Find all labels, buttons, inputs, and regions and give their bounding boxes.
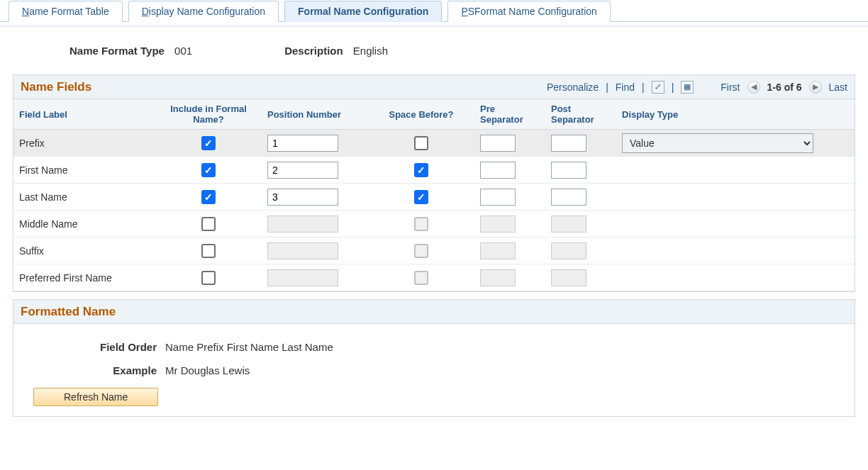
header-info: Name Format Type 001 Description English xyxy=(69,45,855,57)
pre-separator-input[interactable] xyxy=(480,189,516,206)
space-before-checkbox[interactable] xyxy=(414,163,428,177)
space-before-checkbox[interactable] xyxy=(414,190,428,204)
col-field-label: Field Label xyxy=(13,105,155,124)
col-position: Position Number xyxy=(262,105,368,124)
refresh-name-button[interactable]: Refresh Name xyxy=(33,388,158,406)
tab-display-name-configuration[interactable]: Display Name Configuration xyxy=(128,1,279,22)
format-type-label: Name Format Type xyxy=(69,45,165,57)
pre-separator-input xyxy=(480,216,516,233)
space-before-checkbox xyxy=(414,217,428,231)
description-value: English xyxy=(353,45,388,57)
position-input[interactable] xyxy=(267,162,338,179)
table-row: Last Name xyxy=(13,184,855,211)
name-fields-panel: Name Fields Personalize | Find | ⤢ | ▦ F… xyxy=(13,74,855,292)
space-before-checkbox xyxy=(414,244,428,258)
col-include: Include in Formal Name? xyxy=(155,99,262,129)
field-label: Middle Name xyxy=(13,216,155,233)
table-row: First Name xyxy=(13,157,855,184)
field-label: Last Name xyxy=(13,189,155,206)
include-checkbox[interactable] xyxy=(201,244,216,258)
position-input[interactable] xyxy=(267,135,338,152)
display-type-select[interactable]: Value xyxy=(622,133,813,153)
grid-header: Field Label Include in Formal Name? Posi… xyxy=(13,99,855,130)
table-row: Preferred First Name xyxy=(13,264,855,291)
position-input xyxy=(267,216,338,233)
space-before-checkbox xyxy=(414,271,428,285)
field-order-label: Field Order xyxy=(23,341,165,353)
field-label: Suffix xyxy=(13,242,155,259)
include-checkbox[interactable] xyxy=(201,163,216,177)
example-value: Mr Douglas Lewis xyxy=(165,364,250,376)
field-label: Preferred First Name xyxy=(13,269,155,286)
table-row: Middle Name xyxy=(13,211,855,237)
post-separator-input[interactable] xyxy=(551,135,586,152)
include-checkbox[interactable] xyxy=(201,136,216,150)
tab-strip: Name Format TableDisplay Name Configurat… xyxy=(0,0,868,22)
last-label[interactable]: Last xyxy=(829,82,847,93)
col-disp: Display Type xyxy=(616,105,829,124)
format-type-value: 001 xyxy=(174,45,192,57)
post-separator-input xyxy=(551,269,586,286)
post-separator-input xyxy=(551,242,586,259)
post-separator-input[interactable] xyxy=(551,189,586,206)
post-separator-input[interactable] xyxy=(551,162,586,179)
field-order-value: Name Prefix First Name Last Name xyxy=(165,341,333,353)
field-label: First Name xyxy=(13,162,155,179)
find-link[interactable]: Find xyxy=(616,82,635,93)
example-label: Example xyxy=(23,364,165,376)
description-label: Description xyxy=(284,45,343,57)
tab-psformat-name-configuration[interactable]: PSFormat Name Configuration xyxy=(447,1,610,22)
post-separator-input xyxy=(551,216,586,233)
name-fields-title: Name Fields xyxy=(21,80,91,94)
col-space: Space Before? xyxy=(368,105,474,124)
zoom-icon[interactable]: ⤢ xyxy=(652,81,664,94)
download-icon[interactable]: ▦ xyxy=(681,81,694,94)
pre-separator-input[interactable] xyxy=(480,135,516,152)
tab-formal-name-configuration[interactable]: Formal Name Configuration xyxy=(284,1,442,22)
tab-name-format-table[interactable]: Name Format Table xyxy=(9,1,123,22)
include-checkbox[interactable] xyxy=(201,190,216,204)
personalize-link[interactable]: Personalize xyxy=(547,82,599,93)
next-icon[interactable]: ▶ xyxy=(809,81,822,94)
pre-separator-input xyxy=(480,269,516,286)
include-checkbox[interactable] xyxy=(201,271,216,285)
space-before-checkbox[interactable] xyxy=(414,136,428,150)
position-input[interactable] xyxy=(267,189,338,206)
formatted-title: Formatted Name xyxy=(21,305,116,319)
col-pre: Pre Separator xyxy=(474,99,545,129)
table-row: PrefixValue xyxy=(13,130,855,157)
pre-separator-input xyxy=(480,242,516,259)
table-row: Suffix xyxy=(13,237,855,264)
col-post: Post Separator xyxy=(545,99,616,129)
row-range: 1-6 of 6 xyxy=(767,82,802,93)
first-label[interactable]: First xyxy=(720,82,740,93)
position-input xyxy=(267,269,338,286)
include-checkbox[interactable] xyxy=(201,217,216,231)
position-input xyxy=(267,242,338,259)
formatted-name-panel: Formatted Name Field Order Name Prefix F… xyxy=(13,299,855,417)
divider xyxy=(0,26,868,27)
pre-separator-input[interactable] xyxy=(480,162,516,179)
prev-icon[interactable]: ◀ xyxy=(747,81,760,94)
field-label: Prefix xyxy=(13,135,155,152)
